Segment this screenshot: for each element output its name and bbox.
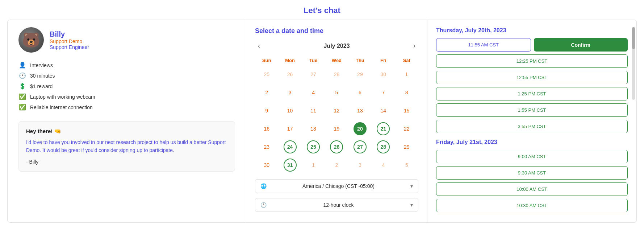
- time-slot-1225[interactable]: 12:25 PM CST: [436, 54, 628, 68]
- meta-item-internet: ✅ Reliable internet connection: [18, 102, 235, 112]
- clock-icon-small: 🕐: [260, 202, 267, 208]
- day-header-sun: Sun: [255, 56, 278, 65]
- calendar-week-4: 23242526272829: [255, 138, 418, 156]
- avatar-emoji: 🐻: [22, 33, 40, 47]
- clock-label: 12-hour clock: [323, 202, 354, 208]
- calendar-day-1-1[interactable]: 3: [278, 83, 301, 102]
- profile-role: Support Demo: [50, 38, 89, 44]
- calendar-day-2-0[interactable]: 9: [255, 102, 278, 120]
- meta-item-webcam: ✅ Laptop with working webcam: [18, 91, 235, 102]
- time-slot-1030[interactable]: 10:30 AM CST: [436, 199, 628, 212]
- friday-section: Friday, July 21st, 2023 9:00 AM CST 9:30…: [436, 139, 628, 212]
- calendar-day-0-0[interactable]: 25: [255, 65, 278, 83]
- message-body: I'd love to have you involved in our nex…: [26, 138, 227, 155]
- meta-item-duration: 🕐 30 minutes: [18, 70, 235, 81]
- calendar-day-4-1[interactable]: 24: [278, 138, 301, 156]
- confirm-button[interactable]: Confirm: [534, 38, 628, 52]
- calendar-day-2-4[interactable]: 13: [348, 102, 372, 120]
- calendar-grid: Sun Mon Tue Wed Thu Fri Sat 252627282930…: [255, 56, 418, 174]
- calendar-day-5-2[interactable]: 1: [302, 156, 325, 174]
- clock-icon: 🕐: [18, 72, 26, 79]
- calendar-day-1-6[interactable]: 8: [395, 83, 418, 102]
- calendar-day-2-5[interactable]: 14: [372, 102, 395, 120]
- calendar-day-5-6[interactable]: 5: [395, 156, 418, 174]
- calendar-day-5-5[interactable]: 4: [372, 156, 395, 174]
- profile-info: Billy Support Demo Support Engineer: [50, 30, 89, 50]
- dollar-icon: 💲: [18, 83, 26, 90]
- calendar-day-1-2[interactable]: 4: [302, 83, 325, 102]
- main-layout: 🐻 Billy Support Demo Support Engineer 👤 …: [0, 20, 644, 223]
- calendar-days-header: Sun Mon Tue Wed Thu Fri Sat: [255, 56, 418, 65]
- calendar-day-3-2[interactable]: 18: [302, 120, 325, 138]
- calendar-day-5-0[interactable]: 30: [255, 156, 278, 174]
- calendar-week-5: 303112345: [255, 156, 418, 174]
- calendar-day-0-1[interactable]: 26: [278, 65, 301, 83]
- time-slot-1000[interactable]: 10:00 AM CST: [436, 182, 628, 196]
- calendar-day-4-6[interactable]: 29: [395, 138, 418, 156]
- day-header-wed: Wed: [325, 56, 348, 65]
- calendar-day-2-1[interactable]: 10: [278, 102, 301, 120]
- calendar-day-3-4[interactable]: 20: [348, 120, 372, 138]
- scrollbar[interactable]: [632, 27, 635, 100]
- calendar-day-4-4[interactable]: 27: [348, 138, 372, 156]
- calendar-panel: Select a date and time ‹ July 2023 › Sun…: [246, 20, 427, 223]
- time-slot-125[interactable]: 1:25 PM CST: [436, 87, 628, 100]
- calendar-day-1-0[interactable]: 2: [255, 83, 278, 102]
- calendar-day-3-0[interactable]: 16: [255, 120, 278, 138]
- time-slot-355[interactable]: 3:55 PM CST: [436, 120, 628, 133]
- meta-label-internet: Reliable internet connection: [30, 104, 93, 110]
- day-header-mon: Mon: [278, 56, 301, 65]
- calendar-day-3-1[interactable]: 17: [278, 120, 301, 138]
- check-icon-internet: ✅: [18, 104, 26, 111]
- calendar-day-4-0[interactable]: 23: [255, 138, 278, 156]
- day-header-fri: Fri: [372, 56, 395, 65]
- time-panel[interactable]: Thursday, July 20th, 2023 11:55 AM CST C…: [427, 20, 637, 223]
- calendar-day-3-6[interactable]: 22: [395, 120, 418, 138]
- calendar-day-2-3[interactable]: 12: [325, 102, 348, 120]
- timezone-icon: 🌐: [260, 183, 267, 189]
- calendar-header: ‹ July 2023 ›: [255, 41, 418, 51]
- calendar-day-2-6[interactable]: 15: [395, 102, 418, 120]
- timezone-dropdown[interactable]: 🌐 America / Chicago (CST -05:00) ▾: [255, 179, 418, 193]
- calendar-day-1-5[interactable]: 7: [372, 83, 395, 102]
- time-slot-1255[interactable]: 12:55 PM CST: [436, 71, 628, 84]
- calendar-day-5-4[interactable]: 3: [348, 156, 372, 174]
- meta-label-interviews: Interviews: [30, 62, 53, 68]
- calendar-day-3-3[interactable]: 19: [325, 120, 348, 138]
- time-slot-900[interactable]: 9:00 AM CST: [436, 150, 628, 163]
- calendar-day-4-2[interactable]: 25: [302, 138, 325, 156]
- calendar-day-1-4[interactable]: 6: [348, 83, 372, 102]
- calendar-day-0-5[interactable]: 30: [372, 65, 395, 83]
- avatar: 🐻: [18, 27, 44, 53]
- selected-time-slot[interactable]: 11:55 AM CST: [436, 38, 531, 52]
- clock-dropdown[interactable]: 🕐 12-hour clock ▾: [255, 198, 418, 212]
- calendar-prev-button[interactable]: ‹: [255, 41, 263, 51]
- calendar-next-button[interactable]: ›: [410, 41, 418, 51]
- calendar-day-0-4[interactable]: 29: [348, 65, 372, 83]
- calendar-day-5-1[interactable]: 31: [278, 156, 301, 174]
- page-title: Let's chat: [0, 0, 644, 20]
- calendar-day-4-5[interactable]: 28: [372, 138, 395, 156]
- calendar-week-1: 2345678: [255, 83, 418, 102]
- calendar-day-0-2[interactable]: 27: [302, 65, 325, 83]
- scrollbar-thumb[interactable]: [632, 27, 635, 49]
- calendar-day-3-5[interactable]: 21: [372, 120, 395, 138]
- calendar-day-4-3[interactable]: 26: [325, 138, 348, 156]
- check-icon-webcam: ✅: [18, 93, 26, 100]
- time-slot-930[interactable]: 9:30 AM CST: [436, 166, 628, 180]
- avatar-image: 🐻: [18, 27, 44, 53]
- calendar-week-2: 9101112131415: [255, 102, 418, 120]
- calendar-day-0-3[interactable]: 28: [325, 65, 348, 83]
- calendar-day-2-2[interactable]: 11: [302, 102, 325, 120]
- profile-title: Support Engineer: [50, 44, 89, 50]
- clock-chevron-icon: ▾: [410, 202, 413, 208]
- profile-name: Billy: [50, 30, 89, 38]
- calendar-day-0-6[interactable]: 1: [395, 65, 418, 83]
- time-slot-155[interactable]: 1:55 PM CST: [436, 103, 628, 117]
- calendar-day-5-3[interactable]: 2: [325, 156, 348, 174]
- meta-label-duration: 30 minutes: [30, 73, 55, 79]
- friday-section-title: Friday, July 21st, 2023: [436, 139, 628, 145]
- timezone-chevron-icon: ▾: [410, 183, 413, 189]
- calendar-day-1-3[interactable]: 5: [325, 83, 348, 102]
- calendar-month-label: July 2023: [323, 43, 350, 49]
